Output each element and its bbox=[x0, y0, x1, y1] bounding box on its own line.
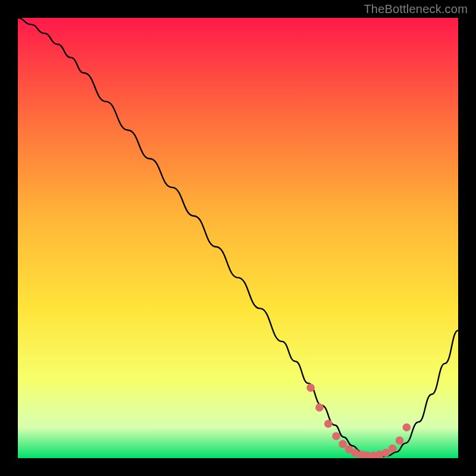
marker-dot bbox=[382, 449, 390, 457]
marker-dot bbox=[339, 440, 347, 449]
marker-dot bbox=[389, 444, 397, 453]
marker-dot bbox=[324, 419, 333, 428]
gradient-background bbox=[18, 18, 458, 458]
watermark-text: TheBottleneck.com bbox=[364, 2, 468, 16]
plot-area bbox=[18, 18, 458, 458]
marker-dot bbox=[306, 384, 315, 392]
bottleneck-chart bbox=[18, 18, 458, 458]
chart-stage: TheBottleneck.com bbox=[0, 0, 476, 476]
marker-dot bbox=[315, 403, 324, 412]
marker-dot bbox=[396, 437, 404, 445]
marker-dot bbox=[332, 432, 340, 440]
marker-dot bbox=[403, 423, 411, 431]
